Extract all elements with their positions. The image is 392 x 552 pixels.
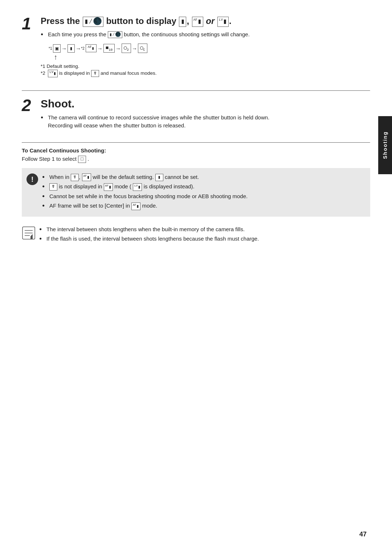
flow-icon2: ▮ <box>68 44 75 53</box>
step2-bullet1-text: The camera will continue to record succe… <box>48 114 269 120</box>
caution-bullets: When in ☤, AF▮ will be the default setti… <box>42 173 364 210</box>
drive-icon-inline: ▮∕🌑 <box>108 31 122 38</box>
svg-text:!: ! <box>31 175 34 183</box>
step1-block: 1 Press the ▮∕🌑 button to display ▮, AF▮… <box>22 14 370 78</box>
step2-title: Shoot. <box>41 98 370 110</box>
step2-bullet1: The camera will continue to record succe… <box>41 114 370 130</box>
caution-icon4: ☤ <box>49 183 57 191</box>
side-tab: Shooting <box>378 116 392 174</box>
caution-icon3: ▮ <box>155 174 163 181</box>
superscript2: *2 <box>81 46 84 50</box>
step2-content: Shoot. The camera will continue to recor… <box>41 95 370 131</box>
or-text: or <box>206 16 217 26</box>
caution-icon5: AF▮ <box>104 183 113 191</box>
caution-icon6: LV▮ <box>133 183 142 191</box>
continuous-icon1: ▮ <box>179 17 186 27</box>
caution-bullet3: Cannot be set while in the focus bracket… <box>42 192 364 201</box>
note-content: The interval between shots lengthens whe… <box>39 225 259 245</box>
note-box: The interval between shots lengthens whe… <box>22 222 370 248</box>
continuous-icon2: AF▮ <box>192 17 203 27</box>
step1-bullets: Each time you press the ▮∕🌑 button, the … <box>41 30 370 39</box>
superscript1: *1 <box>49 46 52 50</box>
cancel-section: To Cancel Continuous Shooting: Follow St… <box>22 147 370 163</box>
step1-bullet1: Each time you press the ▮∕🌑 button, the … <box>41 30 370 39</box>
step2-number: 2 <box>22 95 41 114</box>
caution-bullet4: AF frame will be set to [Center] in AF▮ … <box>42 202 364 210</box>
fn2-icon2: ☤ <box>91 70 99 77</box>
step2-bullets: The camera will continue to record succe… <box>41 114 370 130</box>
flow-icon4: ■10 <box>103 44 115 53</box>
step1-title: Press the ▮∕🌑 button to display ▮, AF▮ o… <box>41 16 370 27</box>
caution-box: ! When in ☤, AF▮ will be the default set… <box>22 168 370 217</box>
footnote2: *2 LV▮ is displayed in ☤ and manual focu… <box>41 70 370 77</box>
flow-arrow4: → <box>115 45 121 52</box>
step2-block: 2 Shoot. The camera will continue to rec… <box>22 95 370 131</box>
flow-row: *1 ▣ → ▮ → *2 AF▮ → ■10 → ◯2 → ◯C <box>49 44 370 53</box>
step1-content: Press the ▮∕🌑 button to display ▮, AF▮ o… <box>41 14 370 78</box>
continuous-icon3: LV▮ <box>217 17 229 27</box>
svg-marker-6 <box>30 234 33 239</box>
caution-bullet2: ☤ is not displayed in AF▮ mode ( LV▮ is … <box>42 183 364 191</box>
note-icon <box>22 226 36 240</box>
cancel-icon: □ <box>78 156 86 163</box>
divider2 <box>22 142 370 143</box>
step1-number: 1 <box>22 14 41 32</box>
page-number: 47 <box>359 531 367 538</box>
flow-arrow3: → <box>97 45 103 52</box>
fn2-icon1: LV▮ <box>48 70 58 77</box>
drive-mode-icon: ▮∕🌑 <box>83 17 103 27</box>
step2-bullet1b-text: Recording will cease when the shutter bu… <box>48 122 185 128</box>
note-bullets: The interval between shots lengthens whe… <box>39 225 259 243</box>
cancel-text: Follow Step 1 to select □ . <box>22 156 370 163</box>
flow-icon1: ▣ <box>53 44 60 53</box>
step2-section: 2 Shoot. The camera will continue to rec… <box>22 95 370 138</box>
caution-icon7: AF▮ <box>131 203 140 210</box>
flow-icon6: ◯C <box>138 44 147 53</box>
page-container: Shooting 1 Press the ▮∕🌑 button to displ… <box>0 0 392 552</box>
step1-section: 1 Press the ▮∕🌑 button to display ▮, AF▮… <box>22 14 370 86</box>
caution-icon: ! <box>26 173 38 185</box>
flow-arrow2: → <box>75 45 81 52</box>
flow-icon5: ◯2 <box>122 44 131 53</box>
footnote1: *1 Default setting. <box>41 64 370 69</box>
flow-icon3: AF▮ <box>86 44 97 52</box>
note-bullet1: The interval between shots lengthens whe… <box>39 225 259 234</box>
flow-arrow5: → <box>132 45 137 52</box>
cancel-title: To Cancel Continuous Shooting: <box>22 147 370 154</box>
step1-footnotes: *1 Default setting. *2 LV▮ is displayed … <box>41 64 370 77</box>
caution-bullet1: When in ☤, AF▮ will be the default setti… <box>42 173 364 181</box>
note-bullet2: If the flash is used, the interval betwe… <box>39 235 259 243</box>
flow-arrow1: → <box>61 45 67 52</box>
flow-return-arrow: ↑ <box>54 53 370 61</box>
side-tab-label: Shooting <box>382 131 388 159</box>
caution-icon2: AF▮ <box>82 173 91 181</box>
caution-icon1: ☤ <box>71 174 79 181</box>
flow-diagram-wrapper: *1 ▣ → ▮ → *2 AF▮ → ■10 → ◯2 → ◯C ↑ <box>49 44 370 61</box>
divider1 <box>22 90 370 91</box>
